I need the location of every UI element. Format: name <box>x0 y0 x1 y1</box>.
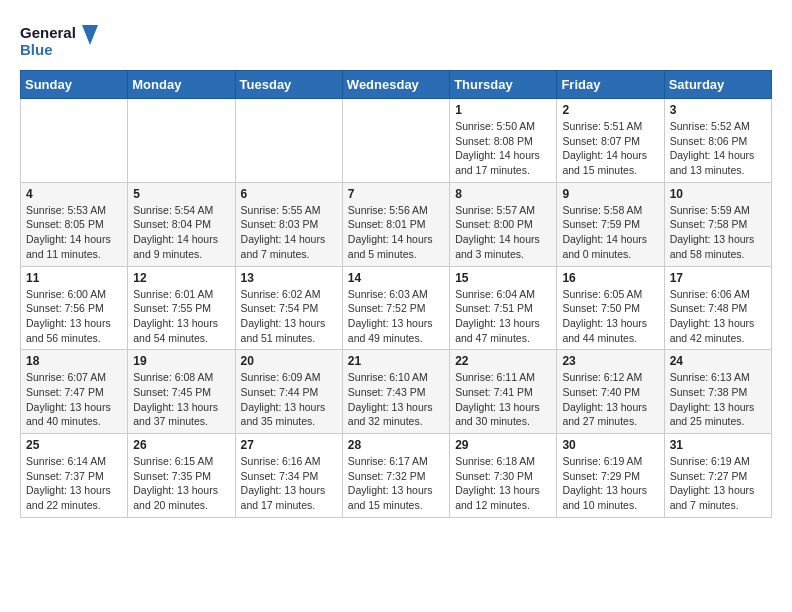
day-number: 8 <box>455 187 551 201</box>
day-info: Sunrise: 5:59 AM Sunset: 7:58 PM Dayligh… <box>670 203 766 262</box>
day-number: 30 <box>562 438 658 452</box>
calendar-cell: 18Sunrise: 6:07 AM Sunset: 7:47 PM Dayli… <box>21 350 128 434</box>
day-info: Sunrise: 6:00 AM Sunset: 7:56 PM Dayligh… <box>26 287 122 346</box>
day-number: 27 <box>241 438 337 452</box>
day-info: Sunrise: 5:53 AM Sunset: 8:05 PM Dayligh… <box>26 203 122 262</box>
calendar-cell: 12Sunrise: 6:01 AM Sunset: 7:55 PM Dayli… <box>128 266 235 350</box>
calendar-cell: 10Sunrise: 5:59 AM Sunset: 7:58 PM Dayli… <box>664 182 771 266</box>
calendar-cell: 23Sunrise: 6:12 AM Sunset: 7:40 PM Dayli… <box>557 350 664 434</box>
calendar-cell: 20Sunrise: 6:09 AM Sunset: 7:44 PM Dayli… <box>235 350 342 434</box>
day-info: Sunrise: 6:03 AM Sunset: 7:52 PM Dayligh… <box>348 287 444 346</box>
day-number: 16 <box>562 271 658 285</box>
day-number: 6 <box>241 187 337 201</box>
col-header-sunday: Sunday <box>21 71 128 99</box>
svg-text:Blue: Blue <box>20 41 53 58</box>
day-number: 2 <box>562 103 658 117</box>
day-number: 3 <box>670 103 766 117</box>
day-info: Sunrise: 5:51 AM Sunset: 8:07 PM Dayligh… <box>562 119 658 178</box>
day-number: 28 <box>348 438 444 452</box>
calendar-cell: 31Sunrise: 6:19 AM Sunset: 7:27 PM Dayli… <box>664 434 771 518</box>
calendar-week-3: 11Sunrise: 6:00 AM Sunset: 7:56 PM Dayli… <box>21 266 772 350</box>
calendar-cell: 28Sunrise: 6:17 AM Sunset: 7:32 PM Dayli… <box>342 434 449 518</box>
day-info: Sunrise: 5:58 AM Sunset: 7:59 PM Dayligh… <box>562 203 658 262</box>
day-number: 4 <box>26 187 122 201</box>
day-info: Sunrise: 6:07 AM Sunset: 7:47 PM Dayligh… <box>26 370 122 429</box>
day-info: Sunrise: 6:01 AM Sunset: 7:55 PM Dayligh… <box>133 287 229 346</box>
col-header-monday: Monday <box>128 71 235 99</box>
day-number: 19 <box>133 354 229 368</box>
day-number: 10 <box>670 187 766 201</box>
day-info: Sunrise: 6:06 AM Sunset: 7:48 PM Dayligh… <box>670 287 766 346</box>
day-info: Sunrise: 6:17 AM Sunset: 7:32 PM Dayligh… <box>348 454 444 513</box>
day-info: Sunrise: 6:16 AM Sunset: 7:34 PM Dayligh… <box>241 454 337 513</box>
calendar-cell: 6Sunrise: 5:55 AM Sunset: 8:03 PM Daylig… <box>235 182 342 266</box>
svg-marker-2 <box>82 25 98 45</box>
day-number: 15 <box>455 271 551 285</box>
day-number: 24 <box>670 354 766 368</box>
day-info: Sunrise: 6:09 AM Sunset: 7:44 PM Dayligh… <box>241 370 337 429</box>
calendar-cell: 29Sunrise: 6:18 AM Sunset: 7:30 PM Dayli… <box>450 434 557 518</box>
day-info: Sunrise: 6:04 AM Sunset: 7:51 PM Dayligh… <box>455 287 551 346</box>
calendar-cell: 27Sunrise: 6:16 AM Sunset: 7:34 PM Dayli… <box>235 434 342 518</box>
day-number: 31 <box>670 438 766 452</box>
col-header-tuesday: Tuesday <box>235 71 342 99</box>
day-number: 25 <box>26 438 122 452</box>
day-number: 13 <box>241 271 337 285</box>
day-info: Sunrise: 6:14 AM Sunset: 7:37 PM Dayligh… <box>26 454 122 513</box>
calendar-cell: 15Sunrise: 6:04 AM Sunset: 7:51 PM Dayli… <box>450 266 557 350</box>
day-number: 26 <box>133 438 229 452</box>
col-header-saturday: Saturday <box>664 71 771 99</box>
col-header-friday: Friday <box>557 71 664 99</box>
col-header-wednesday: Wednesday <box>342 71 449 99</box>
day-number: 18 <box>26 354 122 368</box>
day-number: 20 <box>241 354 337 368</box>
day-info: Sunrise: 6:11 AM Sunset: 7:41 PM Dayligh… <box>455 370 551 429</box>
day-info: Sunrise: 6:12 AM Sunset: 7:40 PM Dayligh… <box>562 370 658 429</box>
day-number: 5 <box>133 187 229 201</box>
day-info: Sunrise: 6:19 AM Sunset: 7:29 PM Dayligh… <box>562 454 658 513</box>
calendar-cell <box>21 99 128 183</box>
day-info: Sunrise: 5:52 AM Sunset: 8:06 PM Dayligh… <box>670 119 766 178</box>
calendar-cell: 26Sunrise: 6:15 AM Sunset: 7:35 PM Dayli… <box>128 434 235 518</box>
calendar-cell: 7Sunrise: 5:56 AM Sunset: 8:01 PM Daylig… <box>342 182 449 266</box>
calendar-cell: 14Sunrise: 6:03 AM Sunset: 7:52 PM Dayli… <box>342 266 449 350</box>
calendar-week-1: 1Sunrise: 5:50 AM Sunset: 8:08 PM Daylig… <box>21 99 772 183</box>
day-info: Sunrise: 5:50 AM Sunset: 8:08 PM Dayligh… <box>455 119 551 178</box>
day-info: Sunrise: 6:08 AM Sunset: 7:45 PM Dayligh… <box>133 370 229 429</box>
calendar-cell: 16Sunrise: 6:05 AM Sunset: 7:50 PM Dayli… <box>557 266 664 350</box>
day-info: Sunrise: 5:55 AM Sunset: 8:03 PM Dayligh… <box>241 203 337 262</box>
calendar-cell: 13Sunrise: 6:02 AM Sunset: 7:54 PM Dayli… <box>235 266 342 350</box>
day-info: Sunrise: 5:54 AM Sunset: 8:04 PM Dayligh… <box>133 203 229 262</box>
calendar-cell: 11Sunrise: 6:00 AM Sunset: 7:56 PM Dayli… <box>21 266 128 350</box>
day-number: 1 <box>455 103 551 117</box>
day-info: Sunrise: 6:18 AM Sunset: 7:30 PM Dayligh… <box>455 454 551 513</box>
day-number: 22 <box>455 354 551 368</box>
day-info: Sunrise: 6:10 AM Sunset: 7:43 PM Dayligh… <box>348 370 444 429</box>
day-number: 29 <box>455 438 551 452</box>
day-number: 12 <box>133 271 229 285</box>
day-info: Sunrise: 6:02 AM Sunset: 7:54 PM Dayligh… <box>241 287 337 346</box>
calendar-cell: 21Sunrise: 6:10 AM Sunset: 7:43 PM Dayli… <box>342 350 449 434</box>
calendar-header-row: SundayMondayTuesdayWednesdayThursdayFrid… <box>21 71 772 99</box>
calendar-week-2: 4Sunrise: 5:53 AM Sunset: 8:05 PM Daylig… <box>21 182 772 266</box>
logo-svg: GeneralBlue <box>20 20 100 60</box>
calendar-cell: 17Sunrise: 6:06 AM Sunset: 7:48 PM Dayli… <box>664 266 771 350</box>
day-number: 21 <box>348 354 444 368</box>
calendar-cell: 9Sunrise: 5:58 AM Sunset: 7:59 PM Daylig… <box>557 182 664 266</box>
day-number: 11 <box>26 271 122 285</box>
calendar-cell: 1Sunrise: 5:50 AM Sunset: 8:08 PM Daylig… <box>450 99 557 183</box>
day-info: Sunrise: 6:19 AM Sunset: 7:27 PM Dayligh… <box>670 454 766 513</box>
day-number: 23 <box>562 354 658 368</box>
calendar-cell: 4Sunrise: 5:53 AM Sunset: 8:05 PM Daylig… <box>21 182 128 266</box>
calendar-cell: 3Sunrise: 5:52 AM Sunset: 8:06 PM Daylig… <box>664 99 771 183</box>
calendar-cell <box>128 99 235 183</box>
calendar-cell: 24Sunrise: 6:13 AM Sunset: 7:38 PM Dayli… <box>664 350 771 434</box>
day-number: 9 <box>562 187 658 201</box>
day-info: Sunrise: 6:13 AM Sunset: 7:38 PM Dayligh… <box>670 370 766 429</box>
calendar-cell <box>342 99 449 183</box>
calendar-cell: 30Sunrise: 6:19 AM Sunset: 7:29 PM Dayli… <box>557 434 664 518</box>
header: GeneralBlue <box>20 20 772 60</box>
day-number: 17 <box>670 271 766 285</box>
day-info: Sunrise: 6:05 AM Sunset: 7:50 PM Dayligh… <box>562 287 658 346</box>
day-info: Sunrise: 5:56 AM Sunset: 8:01 PM Dayligh… <box>348 203 444 262</box>
